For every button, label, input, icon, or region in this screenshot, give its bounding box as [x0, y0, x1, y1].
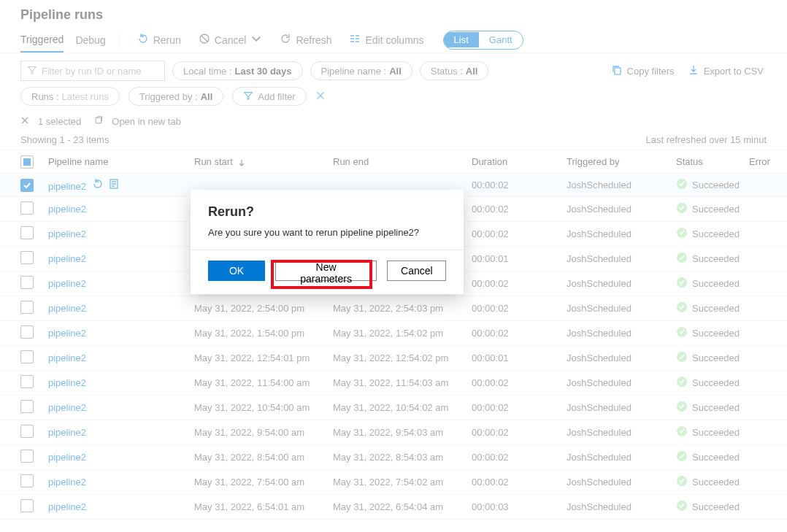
rerun-modal: Rerun? Are you sure you want to rerun pi… — [191, 190, 464, 294]
ok-button[interactable]: OK — [208, 261, 265, 281]
new-parameters-button[interactable]: New parameters — [275, 261, 377, 281]
modal-message: Are you sure you want to rerun pipeline … — [208, 227, 446, 238]
cancel-button[interactable]: Cancel — [387, 261, 446, 281]
modal-actions: OK New parameters Cancel — [191, 250, 464, 294]
modal-title: Rerun? — [208, 204, 446, 220]
